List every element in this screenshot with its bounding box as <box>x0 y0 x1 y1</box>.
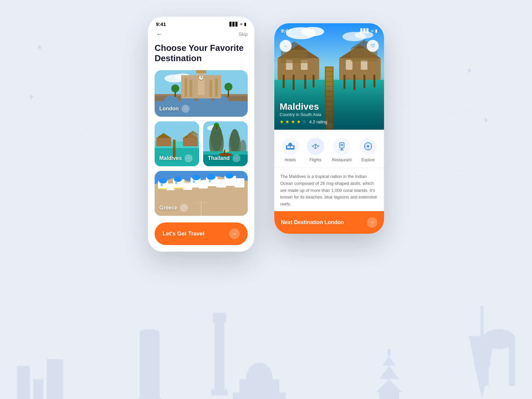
phones-container: 9:41 ▋▋▋ ≈ ▮ ← Skip Choose Your Favorite… <box>0 0 532 252</box>
page-title: Choose Your Favorite Destination <box>148 43 254 70</box>
svg-marker-0 <box>469 336 495 399</box>
signal-icon-2: ▋▋▋ <box>360 29 369 33</box>
signal-icon: ▋▋▋ <box>229 22 238 27</box>
phone2: 9:41 ▋▋▋ ≈ ▮ ← ♡ Maldives Country in Sou… <box>274 23 384 234</box>
star-1: ★ <box>280 119 284 124</box>
explore-icon <box>359 138 377 155</box>
svg-rect-55 <box>156 138 171 146</box>
thailand-card[interactable]: Thailand → <box>203 121 248 166</box>
service-explore[interactable]: Explore <box>359 138 377 162</box>
svg-point-91 <box>192 175 200 180</box>
cta-label: Let's Get Travel <box>163 230 204 237</box>
flights-label: Flights <box>310 158 321 162</box>
explore-label: Explore <box>361 158 375 162</box>
svg-marker-17 <box>379 366 399 379</box>
svg-rect-39 <box>196 70 206 73</box>
svg-rect-144 <box>286 145 295 150</box>
description-paragraph-1: The Maldives is a tropical nation in the… <box>280 173 378 208</box>
phone1-skip-button[interactable]: Skip <box>239 32 248 37</box>
svg-rect-11 <box>239 379 279 399</box>
greece-arrow[interactable]: → <box>180 204 188 212</box>
star-3: ★ <box>291 119 295 124</box>
phone1-back-button[interactable]: ← <box>155 30 164 39</box>
svg-rect-152 <box>341 144 342 146</box>
services-row: Hotels Flights <box>274 130 384 168</box>
landmark-background <box>0 299 532 399</box>
favorite-button[interactable]: ♡ <box>367 40 379 52</box>
svg-point-10 <box>140 329 160 336</box>
restaurant-label: Restaurant <box>332 158 352 162</box>
svg-point-149 <box>289 143 292 145</box>
svg-rect-75 <box>216 125 217 129</box>
svg-rect-145 <box>287 146 290 148</box>
svg-rect-95 <box>173 188 185 189</box>
phone2-back-button[interactable]: ← <box>280 40 292 52</box>
service-hotels[interactable]: Hotels <box>282 138 299 162</box>
restaurant-icon <box>333 138 350 155</box>
wifi-icon: ≈ <box>240 22 242 27</box>
hero-destination-info: Maldives Country in South Asia ★ ★ ★ ★ ☆… <box>280 101 327 124</box>
hero-image: 9:41 ▋▋▋ ≈ ▮ ← ♡ Maldives Country in Sou… <box>274 23 384 130</box>
svg-rect-88 <box>234 178 244 188</box>
phone2-time: 9:41 <box>281 28 291 34</box>
svg-rect-98 <box>193 180 195 183</box>
london-card[interactable]: London → <box>155 70 248 117</box>
destination-subtitle: Country in South Asia <box>280 112 327 117</box>
svg-rect-2 <box>480 306 484 336</box>
hero-controls: ← ♡ <box>274 40 384 52</box>
svg-marker-16 <box>376 379 402 392</box>
svg-rect-7 <box>211 389 228 396</box>
svg-rect-59 <box>188 134 198 140</box>
svg-rect-9 <box>140 332 160 399</box>
thailand-label: Thailand → <box>208 154 240 162</box>
svg-rect-25 <box>482 339 515 346</box>
phone1: 9:41 ▋▋▋ ≈ ▮ ← Skip Choose Your Favorite… <box>148 17 254 252</box>
service-flights[interactable]: Flights <box>307 138 324 162</box>
maldives-card[interactable]: Maldives → <box>155 121 199 166</box>
svg-rect-3 <box>469 336 495 338</box>
phone1-status-icons: ▋▋▋ ≈ ▮ <box>229 22 246 27</box>
svg-rect-23 <box>482 339 489 386</box>
svg-rect-4 <box>474 362 490 365</box>
svg-rect-146 <box>291 146 293 148</box>
svg-rect-155 <box>340 150 344 150</box>
next-destination-label: Next Destination London <box>281 219 344 225</box>
thailand-arrow[interactable]: → <box>232 154 240 162</box>
cta-arrow-icon: → <box>229 228 240 239</box>
star-4: ★ <box>297 119 301 124</box>
svg-rect-45 <box>209 80 212 97</box>
maldives-arrow[interactable]: → <box>185 154 193 162</box>
battery-icon: ▮ <box>244 22 246 27</box>
battery-icon-2: ▮ <box>375 29 377 33</box>
maldives-label: Maldives → <box>159 154 193 162</box>
star-2: ★ <box>285 119 290 124</box>
phone1-status-bar: 9:41 ▋▋▋ ≈ ▮ <box>148 17 254 30</box>
svg-rect-14 <box>279 392 286 399</box>
svg-point-50 <box>224 83 232 91</box>
svg-point-8 <box>138 396 161 399</box>
svg-rect-24 <box>509 339 515 386</box>
svg-rect-46 <box>215 78 218 97</box>
svg-rect-6 <box>213 313 226 323</box>
svg-point-26 <box>482 329 515 349</box>
svg-rect-15 <box>379 392 399 399</box>
phone2-status-icons: ▋▋▋ ≈ ▮ <box>360 29 377 33</box>
svg-point-159 <box>367 145 369 147</box>
london-arrow[interactable]: → <box>182 105 190 113</box>
svg-point-89 <box>159 178 167 184</box>
rating-row: ★ ★ ★ ★ ☆ 4.2 rating <box>280 119 327 124</box>
lets-get-travel-button[interactable]: Let's Get Travel → <box>155 222 248 245</box>
svg-rect-97 <box>175 182 177 184</box>
svg-marker-18 <box>382 356 396 366</box>
greece-card[interactable]: Greece → <box>155 171 248 216</box>
svg-point-90 <box>174 177 182 182</box>
rating-value: 4.2 rating <box>309 119 327 124</box>
next-destination-button[interactable]: Next Destination London → <box>274 211 384 234</box>
svg-rect-96 <box>161 184 163 186</box>
phone1-header: ← Skip <box>148 30 254 43</box>
destination-description: The Maldives is a tropical nation in the… <box>274 168 384 211</box>
service-restaurant[interactable]: Restaurant <box>332 138 352 162</box>
svg-point-48 <box>171 84 179 92</box>
svg-rect-22 <box>47 359 63 399</box>
svg-rect-44 <box>190 80 192 97</box>
